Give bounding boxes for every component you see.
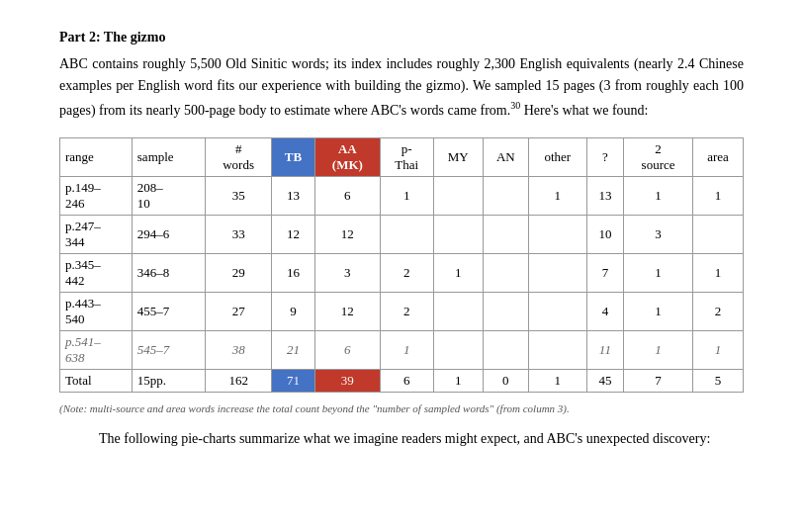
table-cell: 21 xyxy=(271,330,314,369)
col-header-question: ? xyxy=(586,137,623,176)
table-cell xyxy=(433,176,483,215)
table-cell xyxy=(433,330,483,369)
col-header-2source: 2source xyxy=(624,137,693,176)
table-cell: 1 xyxy=(624,292,693,330)
table-cell: 27 xyxy=(206,292,272,330)
conclusion-text: The following pie-charts summarize what … xyxy=(99,431,710,446)
table-cell: 12 xyxy=(315,292,380,330)
col-header-area: area xyxy=(693,137,744,176)
table-cell xyxy=(483,292,528,330)
table-cell: 4 xyxy=(586,292,623,330)
table-cell: 10 xyxy=(586,215,623,253)
table-cell: 35 xyxy=(206,176,272,215)
table-cell xyxy=(528,330,586,369)
table-cell: 29 xyxy=(206,253,272,292)
table-cell: 7 xyxy=(586,253,623,292)
table-cell xyxy=(528,253,586,292)
table-cell: 12 xyxy=(315,215,380,253)
table-cell: 15pp. xyxy=(132,369,206,392)
table-cell: 1 xyxy=(528,369,586,392)
col-header-aa: AA(MK) xyxy=(315,137,380,176)
table-cell: 294–6 xyxy=(132,215,206,253)
table-cell: 13 xyxy=(586,176,623,215)
conclusion-paragraph: The following pie-charts summarize what … xyxy=(59,428,744,450)
table-cell xyxy=(433,292,483,330)
table-cell xyxy=(433,215,483,253)
table-cell: 45 xyxy=(586,369,623,392)
table-cell: 38 xyxy=(206,330,272,369)
intro-end: Here's what we found: xyxy=(520,102,648,117)
table-cell: Total xyxy=(60,369,133,392)
col-header-pthai: p-Thai xyxy=(380,137,433,176)
table-cell: p.345–442 xyxy=(60,253,133,292)
table-cell xyxy=(380,215,433,253)
table-cell xyxy=(693,215,744,253)
table-cell xyxy=(528,292,586,330)
table-cell: 6 xyxy=(315,330,380,369)
table-cell: 1 xyxy=(693,253,744,292)
table-cell: 1 xyxy=(433,369,483,392)
intro-paragraph: ABC contains roughly 5,500 Old Sinitic w… xyxy=(59,53,744,122)
table-cell: 1 xyxy=(624,176,693,215)
table-cell xyxy=(483,330,528,369)
table-cell: 6 xyxy=(380,369,433,392)
table-cell: 1 xyxy=(693,330,744,369)
table-row: p.345–442346–82916321711 xyxy=(60,253,744,292)
table-cell: 13 xyxy=(271,176,314,215)
table-cell: 9 xyxy=(271,292,314,330)
table-cell: 1 xyxy=(693,176,744,215)
table-cell: 162 xyxy=(206,369,272,392)
table-cell: 545–7 xyxy=(132,330,206,369)
table-cell: 0 xyxy=(483,369,528,392)
table-cell: 455–7 xyxy=(132,292,206,330)
table-cell: 16 xyxy=(271,253,314,292)
table-cell: 1 xyxy=(380,176,433,215)
data-table: range sample #words TB AA(MK) p-Thai MY … xyxy=(59,137,744,393)
table-cell: 39 xyxy=(315,369,380,392)
table-cell: 5 xyxy=(693,369,744,392)
table-cell: 12 xyxy=(271,215,314,253)
table-cell: 11 xyxy=(586,330,623,369)
table-row: Total15pp.162713961014575 xyxy=(60,369,744,392)
table-cell: 346–8 xyxy=(132,253,206,292)
footnote-ref: 30 xyxy=(510,100,520,111)
table-cell: 1 xyxy=(433,253,483,292)
table-cell: 2 xyxy=(380,253,433,292)
table-cell xyxy=(528,215,586,253)
table-cell xyxy=(483,215,528,253)
col-header-sample: sample xyxy=(132,137,206,176)
table-cell: 2 xyxy=(380,292,433,330)
table-cell: 3 xyxy=(315,253,380,292)
table-cell: 71 xyxy=(271,369,314,392)
table-cell: p.149–246 xyxy=(60,176,133,215)
table-row: p.443–540455–7279122412 xyxy=(60,292,744,330)
table-cell: 1 xyxy=(624,253,693,292)
table-cell xyxy=(483,253,528,292)
table-cell: p.443–540 xyxy=(60,292,133,330)
table-cell: 2 xyxy=(693,292,744,330)
col-header-my: MY xyxy=(433,137,483,176)
table-row: p.541–638545–73821611111 xyxy=(60,330,744,369)
table-cell: 1 xyxy=(528,176,586,215)
col-header-range: range xyxy=(60,137,133,176)
table-cell: 3 xyxy=(624,215,693,253)
col-header-other: other xyxy=(528,137,586,176)
table-cell: 7 xyxy=(624,369,693,392)
section-heading: Part 2: The gizmo xyxy=(59,30,744,45)
table-cell: 33 xyxy=(206,215,272,253)
table-row: p.149–246208–1035136111311 xyxy=(60,176,744,215)
table-note: (Note: multi-source and area words incre… xyxy=(59,402,744,414)
col-header-tb: TB xyxy=(271,137,314,176)
col-header-an: AN xyxy=(483,137,528,176)
table-cell xyxy=(483,176,528,215)
table-cell: 6 xyxy=(315,176,380,215)
table-cell: 208–10 xyxy=(132,176,206,215)
table-cell: 1 xyxy=(380,330,433,369)
table-cell: p.541–638 xyxy=(60,330,133,369)
table-cell: 1 xyxy=(624,330,693,369)
table-cell: p.247–344 xyxy=(60,215,133,253)
table-row: p.247–344294–6331212103 xyxy=(60,215,744,253)
col-header-words: #words xyxy=(206,137,272,176)
